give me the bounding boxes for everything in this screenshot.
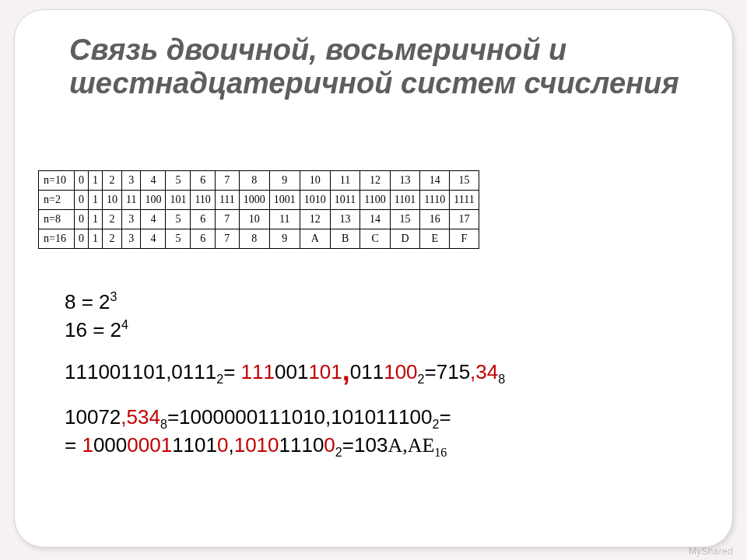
table-cell: E	[420, 229, 450, 249]
table-cell: 1101	[390, 191, 419, 210]
conversion-table: n=100123456789101112131415n=201101110010…	[38, 170, 479, 249]
table-cell: 2	[102, 171, 121, 191]
digit-group: 0	[324, 433, 335, 457]
table-cell: 1	[88, 210, 102, 229]
table-cell: 11	[121, 191, 140, 210]
table-cell: 7	[215, 210, 239, 229]
l3-b2: 001	[275, 360, 308, 383]
l4-b: ,534	[121, 405, 160, 429]
equation-16: 16 = 24	[65, 318, 703, 343]
table-cell: B	[330, 229, 359, 249]
row-label: n=2	[39, 191, 75, 210]
l3-b1: 111	[241, 360, 275, 383]
table-row: n=20110111001011101111000100110101011110…	[39, 191, 479, 210]
table-cell: 3	[121, 171, 140, 191]
l5-lead: =	[65, 433, 82, 457]
row-label: n=16	[39, 229, 75, 249]
table-cell: 2	[102, 210, 121, 229]
digit-group: ,	[228, 433, 233, 457]
l5-gsub: 2	[335, 445, 342, 459]
table-cell: 14	[420, 171, 450, 191]
table-cell: 0	[74, 171, 88, 191]
table-cell: 2	[102, 229, 121, 249]
l5-resb: A,AE	[388, 434, 434, 457]
table-cell: 6	[191, 171, 215, 191]
table-cell: 9	[269, 229, 300, 249]
table-cell: 1	[88, 229, 102, 249]
l5-groups: 1000000111010,101011100	[82, 433, 335, 457]
table-cell: 1000	[239, 191, 269, 210]
digit-group: 0	[217, 433, 228, 457]
table-cell: 1010	[300, 191, 330, 210]
eq1-exp: 3	[110, 289, 117, 303]
l3-a: 111001101,0111	[65, 360, 216, 383]
table-cell: 11	[269, 210, 300, 229]
table-cell: 1	[88, 191, 102, 210]
watermark: MyShared	[689, 546, 733, 557]
l4-a: 10072	[65, 405, 121, 429]
table-cell: 9	[269, 171, 300, 191]
table-cell: 1001	[269, 191, 300, 210]
digit-group: 1110	[279, 433, 324, 457]
table-cell: 12	[300, 210, 330, 229]
table-cell: 7	[215, 229, 239, 249]
eq2-exp: 4	[121, 317, 128, 331]
table-cell: 1011	[330, 191, 359, 210]
l4-tail: =	[439, 405, 451, 429]
table-cell: 3	[121, 229, 140, 249]
table-cell: 8	[239, 229, 269, 249]
table-cell: 5	[166, 229, 191, 249]
table-cell: 13	[330, 210, 359, 229]
l3-eq: =	[223, 360, 240, 383]
table-cell: 1111	[450, 191, 479, 210]
l3-csub: 2	[418, 372, 425, 386]
l3-d: ,34	[470, 360, 498, 383]
table-cell: 7	[215, 171, 239, 191]
table-cell: C	[360, 229, 390, 249]
l3-asub: 2	[216, 372, 223, 386]
table-cell: 101	[166, 191, 191, 210]
digit-group: 1010	[234, 433, 279, 457]
table-row: n=160123456789ABCDEF	[39, 229, 479, 249]
table-cell: 10	[300, 171, 330, 191]
eq1-base: 8 = 2	[65, 290, 110, 313]
table-cell: A	[300, 229, 330, 249]
table-row: n=100123456789101112131415	[39, 171, 479, 191]
row-label: n=8	[39, 210, 75, 229]
eq2-base: 16 = 2	[65, 318, 121, 341]
l3-c1: 011	[350, 360, 384, 383]
comma-icon: ,	[342, 355, 350, 387]
table-cell: 10	[102, 191, 121, 210]
table-cell: 15	[450, 171, 479, 191]
table-cell: 14	[360, 210, 390, 229]
table-cell: 0	[74, 229, 88, 249]
table-cell: 16	[420, 210, 450, 229]
equation-8: 8 = 23	[65, 290, 703, 315]
table-cell: 5	[166, 171, 191, 191]
table-cell: 100	[141, 191, 166, 210]
l4-bsub: 8	[160, 417, 167, 431]
l4-eq: =1000000111010,101011100	[167, 405, 433, 429]
table-cell: 4	[141, 171, 166, 191]
digit-group: 1	[82, 433, 93, 457]
conversion-line-2a: 10072,5348=1000000111010,1010111002=	[65, 405, 703, 430]
table-cell: 1100	[360, 191, 390, 210]
table-cell: 12	[360, 171, 390, 191]
slide-title: Связь двоичной, восьмеричной и шестнадца…	[69, 33, 692, 100]
row-label: n=10	[39, 171, 75, 191]
table-cell: 1	[88, 171, 102, 191]
table-cell: 111	[215, 191, 239, 210]
table-cell: 11	[330, 171, 359, 191]
l5-ressub: 16	[434, 446, 447, 459]
table-cell: D	[390, 229, 419, 249]
l3-eq2: =715	[425, 360, 471, 383]
l3-c2: 100	[384, 360, 417, 383]
conversion-line-2b: = 1000000111010,1010111002=103A,AE16	[65, 433, 703, 458]
table-cell: 13	[390, 171, 419, 191]
table-cell: 1110	[420, 191, 450, 210]
table-row: n=8012345671011121314151617	[39, 210, 479, 229]
table-cell: 4	[141, 229, 166, 249]
l3-b3: 101	[308, 360, 342, 383]
table-cell: 15	[390, 210, 419, 229]
conversion-line-1: 111001101,01112= 111001101,0111002=715,3…	[65, 360, 703, 385]
